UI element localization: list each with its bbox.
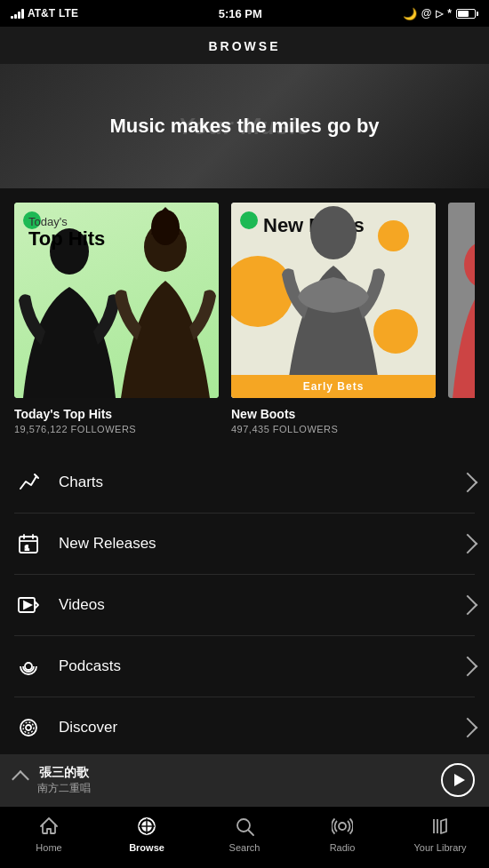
chevron-up-icon	[12, 770, 29, 788]
svg-point-15	[25, 663, 32, 670]
menu-item-charts[interactable]: Charts	[14, 452, 475, 514]
search-icon	[232, 814, 257, 839]
tab-radio[interactable]: Radio	[293, 814, 391, 853]
playlist-card-third[interactable]	[448, 203, 475, 434]
time-display: 5:16 PM	[219, 7, 262, 20]
battery-icon	[456, 9, 478, 19]
discover-label: Discover	[59, 719, 117, 737]
new-releases-chevron	[458, 534, 478, 554]
playlist-followers-top-hits: 19,576,122 FOLLOWERS	[14, 424, 219, 434]
hero-title: Music makes the miles go by	[109, 115, 379, 138]
home-icon	[36, 814, 61, 839]
spotify-dot-nb	[240, 211, 258, 229]
tab-radio-label: Radio	[330, 842, 356, 853]
svg-point-18	[23, 722, 34, 733]
card-top-hits-label: Today's Top Hits	[28, 215, 105, 250]
hero-banner: Your Music Music makes the miles go by	[0, 64, 489, 188]
menu-item-new-releases-left: 1 New Releases	[14, 530, 156, 558]
svg-marker-13	[35, 601, 38, 609]
nb-figure-svg	[231, 203, 436, 377]
playlist-card-new-boots[interactable]: New Boots Early Bets New Boots 497,435 F…	[231, 203, 436, 434]
tab-bar: Home Browse Search	[0, 806, 489, 868]
tab-home[interactable]: Home	[0, 814, 98, 853]
calendar-icon: 1	[14, 530, 43, 558]
location-icon: ▷	[436, 8, 443, 20]
svg-marker-14	[24, 601, 31, 609]
carrier-label: AT&T	[28, 7, 55, 20]
podcasts-label: Podcasts	[59, 657, 121, 675]
tab-home-label: Home	[36, 842, 61, 853]
videos-label: Videos	[59, 596, 105, 614]
charts-label: Charts	[59, 474, 103, 491]
videos-chevron	[458, 595, 478, 616]
menu-item-charts-left: Charts	[14, 468, 103, 497]
svg-point-17	[26, 725, 31, 730]
tab-search-label: Search	[229, 842, 261, 853]
np-title: 張三的歌	[37, 765, 91, 781]
library-icon	[428, 814, 453, 839]
menu-item-videos-left: Videos	[14, 591, 105, 619]
signal-bars-icon	[11, 8, 24, 19]
playlist-thumb-top-hits: Today's Top Hits	[14, 203, 219, 398]
menu-item-podcasts-left: Podcasts	[14, 652, 121, 681]
new-releases-label: New Releases	[59, 535, 156, 553]
menu-item-podcasts[interactable]: Podcasts	[14, 636, 475, 697]
menu-item-new-releases[interactable]: 1 New Releases	[14, 514, 475, 575]
now-playing-left: 張三的歌 南方二重唱	[14, 765, 91, 796]
playlists-row: Today's Top Hits	[14, 188, 475, 434]
at-icon: @	[421, 7, 432, 20]
now-playing-text: 張三的歌 南方二重唱	[37, 765, 91, 796]
now-playing-bar[interactable]: 張三的歌 南方二重唱	[0, 754, 489, 806]
tab-search[interactable]: Search	[196, 814, 293, 853]
menu-item-videos[interactable]: Videos	[14, 575, 475, 636]
playlist-info-new-boots: New Boots 497,435 FOLLOWERS	[231, 407, 436, 434]
menu-item-discover[interactable]: Discover	[14, 697, 475, 759]
network-type-label: LTE	[59, 7, 78, 20]
tab-library-label: Your Library	[414, 842, 467, 853]
playlist-info-top-hits: Today's Top Hits 19,576,122 FOLLOWERS	[14, 407, 219, 434]
status-bar: AT&T LTE 5:16 PM 🌙 @ ▷ *	[0, 0, 489, 27]
playlist-followers-new-boots: 497,435 FOLLOWERS	[231, 424, 436, 434]
status-left: AT&T LTE	[11, 7, 78, 20]
tab-browse-label: Browse	[129, 842, 164, 853]
early-bets-badge: Early Bets	[231, 375, 436, 398]
play-icon	[454, 774, 465, 786]
crescent-icon: 🌙	[403, 7, 417, 20]
browse-icon	[134, 814, 159, 839]
charts-icon	[14, 468, 43, 497]
tab-browse[interactable]: Browse	[98, 814, 196, 853]
menu-item-discover-left: Discover	[14, 713, 117, 742]
status-right: 🌙 @ ▷ *	[403, 7, 478, 20]
svg-line-26	[249, 831, 254, 836]
playlist-name-new-boots: New Boots	[231, 407, 436, 421]
discover-chevron	[458, 718, 478, 738]
np-artist: 南方二重唱	[37, 781, 91, 796]
playlist-card-top-hits[interactable]: Today's Top Hits	[14, 203, 219, 434]
play-button[interactable]	[441, 763, 475, 797]
third-card-svg	[448, 203, 475, 398]
playlists-section: Today's Top Hits	[0, 188, 489, 443]
playlist-name-top-hits: Today's Top Hits	[14, 407, 219, 421]
tab-library[interactable]: Your Library	[391, 814, 489, 853]
discover-icon	[14, 713, 43, 742]
podcasts-chevron	[458, 657, 478, 677]
podcasts-icon	[14, 652, 43, 681]
page-title: BROWSE	[209, 39, 281, 53]
card-top-hits-title: Top Hits	[28, 228, 105, 250]
playlist-thumb-new-boots: New Boots Early Bets	[231, 203, 436, 398]
svg-text:1: 1	[25, 544, 29, 552]
video-icon	[14, 591, 43, 619]
radio-icon	[330, 814, 355, 839]
charts-chevron	[458, 473, 478, 493]
svg-point-3	[310, 206, 357, 259]
card-today-label: Today's	[28, 215, 105, 228]
bluetooth-icon: *	[447, 7, 452, 20]
svg-point-27	[339, 823, 346, 830]
page-header: BROWSE	[0, 27, 489, 64]
